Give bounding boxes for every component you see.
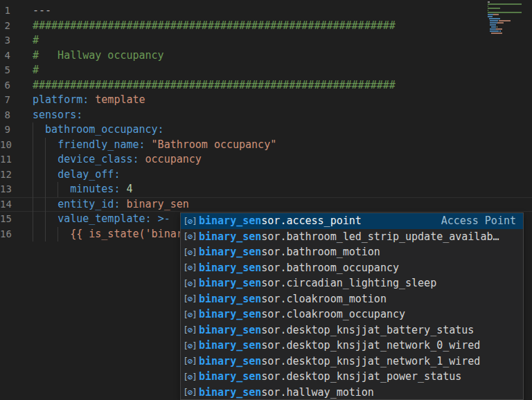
suggestion-label: sor.cloakroom_occupancy <box>261 308 405 320</box>
minimap-line <box>488 22 524 24</box>
autocomplete-popup: [⊘]binary_sensor.access_pointAccess Poin… <box>180 212 524 400</box>
token-plain <box>152 212 158 225</box>
token-key: value_template: <box>57 212 151 225</box>
code-text: {{ is_state('binary <box>33 227 189 242</box>
line-number: 12 <box>0 167 10 183</box>
suggestion-match-text: binary_sen <box>199 230 261 243</box>
suggestion-match-text: binary_sen <box>199 262 261 274</box>
minimap-line <box>488 18 524 19</box>
minimap-line <box>488 30 524 32</box>
value-icon: [⊘] <box>181 340 199 351</box>
minimap-segment <box>488 1 490 3</box>
code-line-6[interactable]: 6#######################################… <box>0 78 532 93</box>
code-line-13[interactable]: 13 minutes: 4 <box>0 182 532 197</box>
line-number: 10 <box>0 138 10 153</box>
token-number: 4 <box>126 183 132 195</box>
minimap-line <box>488 16 524 17</box>
code-text: # <box>33 63 39 78</box>
suggestion-label: sor.circadian_lighting_sleep <box>261 277 436 289</box>
suggestion-label: sor.bathroom_led_strip_update_availab… <box>261 230 499 243</box>
suggestion-detail: Access Point <box>441 215 523 227</box>
code-line-8[interactable]: 8sensors: <box>0 108 532 123</box>
code-line-12[interactable]: 12 delay_off: <box>0 167 532 183</box>
minimap-line <box>488 28 524 30</box>
minimap-segment <box>488 6 488 7</box>
minimap-segment <box>490 22 497 24</box>
suggestion-item[interactable]: [⊘]binary_sensor.circadian_lighting_slee… <box>181 275 523 291</box>
code-text: ########################################… <box>33 78 396 93</box>
value-icon: [⊘] <box>181 293 199 304</box>
minimap-segment <box>488 16 493 17</box>
suggestion-label: sor.access_point <box>261 215 362 227</box>
code-line-9[interactable]: 9 bathroom_occupancy: <box>0 122 532 138</box>
code-line-1[interactable]: 1--- <box>0 3 532 19</box>
line-number: 3 <box>0 33 10 48</box>
code-text: platform: template <box>33 93 145 108</box>
minimap-line <box>488 6 524 7</box>
value-icon: [⊘] <box>181 231 199 242</box>
suggestion-label: sor.hallway_motion <box>261 386 374 399</box>
suggestion-match-text: binary_sen <box>199 324 261 336</box>
minimap-segment <box>497 26 497 28</box>
value-icon: [⊘] <box>181 278 199 289</box>
minimap-segment <box>490 30 499 32</box>
token-string: {{ is_state('binary <box>70 228 189 240</box>
suggestion-match-text: binary_sen <box>199 215 261 227</box>
code-text: friendly_name: "Bathroom occupancy" <box>33 138 276 153</box>
code-line-3[interactable]: 3# <box>0 33 532 48</box>
token-comment: # Hallway occupancy <box>33 49 164 62</box>
code-line-14[interactable]: 14 entity_id: binary_sen <box>0 197 532 212</box>
code-line-5[interactable]: 5# <box>0 63 532 78</box>
suggestion-item[interactable]: [⊘]binary_sensor.hallway_motion <box>181 385 523 400</box>
token-comment: ########################################… <box>33 19 396 32</box>
suggestion-item[interactable]: [⊘]binary_sensor.cloakroom_motion <box>181 291 523 307</box>
code-line-10[interactable]: 10 friendly_name: "Bathroom occupancy" <box>0 138 532 153</box>
minimap-segment <box>488 10 488 11</box>
minimap-segment <box>499 20 511 21</box>
suggestion-item[interactable]: [⊘]binary_sensor.cloakroom_occupancy <box>181 307 523 322</box>
token-plain <box>33 168 57 181</box>
suggestion-item[interactable]: [⊘]binary_sensor.desktop_knsjjat_power_s… <box>181 369 523 385</box>
minimap-segment <box>489 18 500 19</box>
suggestion-item[interactable]: [⊘]binary_sensor.bathroom_occupancy <box>181 260 523 276</box>
code-line-4[interactable]: 4# Hallway occupancy <box>0 48 532 64</box>
line-number: 16 <box>0 227 10 242</box>
minimap-line <box>488 33 524 34</box>
suggestion-item[interactable]: [⊘]binary_sensor.bathroom_motion <box>181 244 523 260</box>
token-key: delay_off: <box>57 168 120 181</box>
code-editor: 1---2###################################… <box>0 0 532 400</box>
minimap-line <box>488 3 524 5</box>
code-line-2[interactable]: 2#######################################… <box>0 19 532 34</box>
suggestion-item[interactable]: [⊘]binary_sensor.access_pointAccess Poin… <box>181 213 523 229</box>
suggestion-item[interactable]: [⊘]binary_sensor.desktop_knsjjat_network… <box>181 338 523 354</box>
token-plain <box>33 212 57 225</box>
token-comment: ########################################… <box>33 79 396 91</box>
token-comment: # <box>33 34 39 46</box>
token-plain <box>33 153 57 165</box>
suggestion-item[interactable]: [⊘]binary_sensor.desktop_knsjjat_battery… <box>181 322 523 338</box>
minimap-line <box>488 20 524 21</box>
minimap[interactable] <box>488 1 524 35</box>
value-icon: [⊘] <box>181 372 199 382</box>
code-line-7[interactable]: 7platform: template <box>0 93 532 108</box>
value-icon: [⊘] <box>181 356 199 366</box>
suggestion-item[interactable]: [⊘]binary_sensor.bathroom_led_strip_upda… <box>181 229 523 245</box>
suggestion-item[interactable]: [⊘]binary_sensor.desktop_knsjjat_network… <box>181 354 523 370</box>
token-key: platform: <box>33 93 89 106</box>
minimap-line <box>488 10 524 11</box>
token-key: bathroom_occupancy: <box>45 123 164 136</box>
token-key: minutes: <box>70 183 120 195</box>
code-text: bathroom_occupancy: <box>33 122 164 138</box>
suggestion-label: sor.desktop_knsjjat_battery_status <box>261 324 474 336</box>
value-icon: [⊘] <box>181 309 199 320</box>
token-key: friendly_name: <box>57 138 145 151</box>
code-text: --- <box>33 3 51 19</box>
token-value: template <box>89 93 145 106</box>
token-plain <box>33 138 57 151</box>
code-line-11[interactable]: 11 device_class: occupancy <box>0 152 532 167</box>
code-text: device_class: occupancy <box>33 152 202 167</box>
minimap-segment <box>496 28 502 30</box>
suggestion-match-text: binary_sen <box>199 355 261 367</box>
line-number: 9 <box>0 122 10 138</box>
token-plain <box>33 183 70 195</box>
